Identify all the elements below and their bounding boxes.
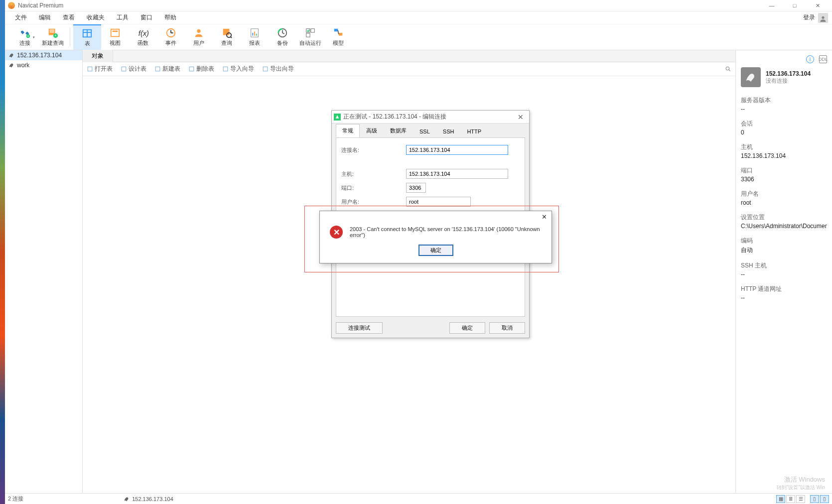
svg-rect-10 [111, 29, 120, 37]
conn-test-button[interactable]: 连接测试 [336, 322, 383, 334]
conn-tab-SSL[interactable]: SSL [413, 126, 436, 137]
conn-tab-数据库[interactable]: 数据库 [384, 124, 413, 137]
svg-rect-29 [339, 33, 342, 36]
svg-rect-35 [223, 67, 228, 71]
svg-line-38 [729, 70, 730, 71]
model-icon [333, 27, 344, 38]
menu-help[interactable]: 帮助 [158, 11, 182, 24]
sidebar: 152.136.173.104work [5, 50, 83, 493]
menu-fav[interactable]: 收藏夹 [81, 11, 111, 24]
tab-objects[interactable]: 对象 [83, 50, 113, 62]
login-link[interactable]: 登录 [803, 13, 815, 22]
toolbar-query[interactable]: 查询 [213, 24, 241, 50]
conn-cancel-button[interactable]: 取消 [489, 322, 525, 334]
menu-edit[interactable]: 编辑 [33, 11, 57, 24]
toolbar-clock[interactable]: 事件 [157, 24, 185, 50]
toolbar-autorun[interactable]: 自动运行 [296, 24, 324, 50]
toolbar-new-query[interactable]: +新建查询 [39, 24, 67, 50]
prop-ssh-v: -- [741, 271, 827, 278]
prop-http-k: HTTP 通道网址 [741, 285, 827, 293]
panel-left-icon[interactable]: ▯ [810, 495, 819, 503]
svg-rect-22 [254, 31, 255, 35]
subtool-导入向导[interactable]: 导入向导 [222, 65, 254, 73]
ddl-icon[interactable]: DDL [819, 55, 827, 63]
panel-toggle-buttons: ▯ ▯ [810, 495, 829, 503]
error-dialog-close[interactable]: ✕ [539, 213, 550, 222]
subtool-新建表[interactable]: 新建表 [154, 65, 180, 73]
subtool-设计表[interactable]: 设计表 [121, 65, 146, 73]
app-title: Navicat Premium [18, 2, 63, 9]
minimize-button[interactable]: — [760, 0, 783, 11]
toolbar-table[interactable]: 表 [73, 24, 101, 50]
conn-dialog-close[interactable]: ✕ [514, 112, 527, 122]
view-detail-icon[interactable]: ☰ [796, 495, 805, 503]
statusbar: 2 连接 152.136.173.104 ▦ ≣ ☰ ▯ ▯ [5, 493, 832, 504]
toolbar-report[interactable]: 报表 [241, 24, 269, 50]
view-list-icon[interactable]: ≣ [786, 495, 795, 503]
panel-right-icon[interactable]: ▯ [820, 495, 829, 503]
navicat-dialog-icon [334, 114, 341, 121]
menu-view[interactable]: 查看 [57, 11, 81, 24]
svg-text:+: + [54, 33, 56, 38]
subtool-导出向导[interactable]: 导出向导 [262, 65, 294, 73]
toolbar-backup[interactable]: 备份 [269, 24, 296, 50]
conn-name-label: 连接名: [341, 146, 406, 154]
svg-rect-4 [50, 31, 54, 32]
prop-session-k: 会话 [741, 120, 827, 128]
conn-host-input[interactable] [406, 169, 508, 179]
subtool-打开表[interactable]: 打开表 [87, 65, 113, 73]
view-mode-buttons: ▦ ≣ ☰ [776, 495, 805, 503]
subtool-删除表[interactable]: 删除表 [188, 65, 214, 73]
backup-icon [277, 27, 288, 38]
conn-tab-SSH[interactable]: SSH [436, 126, 461, 137]
svg-text:+: + [27, 34, 29, 38]
svg-line-19 [230, 36, 232, 38]
center-panel: 对象 打开表设计表新建表删除表导入向导导出向导 正在测试 - 152.136.1… [83, 50, 735, 493]
prop-path-k: 设置位置 [741, 213, 827, 222]
search-icon[interactable] [725, 66, 731, 72]
svg-rect-34 [189, 67, 194, 71]
svg-rect-28 [334, 29, 338, 32]
prop-server-version-k: 服务器版本 [741, 96, 827, 105]
conn-tab-常规[interactable]: 常规 [336, 124, 360, 137]
svg-rect-3 [50, 30, 54, 31]
conn-dialog-titlebar: 正在测试 - 152.136.173.104 - 编辑连接 ✕ [332, 111, 529, 124]
status-db-icon [123, 496, 130, 503]
chevron-down-icon: ▾ [33, 35, 35, 39]
conn-user-input[interactable] [406, 197, 471, 207]
svg-rect-27 [306, 33, 310, 37]
conn-port-input[interactable] [406, 183, 426, 193]
toolbar-fx[interactable]: f(x)函数 [129, 24, 157, 50]
prop-path-v: C:\Users\Administrator\Documents\Na [741, 223, 827, 230]
mysql-icon [741, 67, 761, 87]
plug-icon: + [19, 27, 30, 38]
maximize-button[interactable]: □ [783, 0, 806, 11]
close-button[interactable]: ✕ [806, 0, 829, 11]
mysql-small-icon [8, 52, 15, 59]
svg-line-30 [338, 30, 339, 34]
conn-dialog-tabs: 常规高级数据库SSLSSHHTTP [332, 124, 529, 137]
sidebar-connection[interactable]: 152.136.173.104 [5, 50, 82, 60]
prop-session-v: 0 [741, 129, 827, 136]
view-grid-icon[interactable]: ▦ [776, 495, 785, 503]
conn-ok-button[interactable]: 确定 [449, 322, 485, 334]
conn-host-label: 主机: [341, 170, 406, 178]
menu-tools[interactable]: 工具 [111, 11, 135, 24]
prop-host-k: 主机 [741, 143, 827, 151]
sidebar-connection[interactable]: work [5, 60, 82, 70]
toolbar-user[interactable]: 用户 [185, 24, 213, 50]
toolbar-model[interactable]: 模型 [324, 24, 352, 50]
toolbar-view[interactable]: 视图 [101, 24, 129, 50]
info-icon[interactable]: i [806, 55, 814, 63]
menu-file[interactable]: 文件 [9, 11, 33, 24]
menu-window[interactable]: 窗口 [135, 11, 158, 24]
prop-enc-v: 自动 [741, 246, 827, 254]
conn-tab-高级[interactable]: 高级 [360, 124, 384, 137]
svg-rect-36 [263, 67, 268, 71]
avatar-icon[interactable] [818, 13, 828, 23]
svg-rect-26 [311, 29, 314, 32]
conn-name-input[interactable] [406, 145, 508, 155]
error-ok-button[interactable]: 确定 [418, 245, 453, 256]
toolbar-plug[interactable]: +连接▾ [11, 24, 39, 50]
conn-tab-HTTP[interactable]: HTTP [460, 126, 488, 137]
